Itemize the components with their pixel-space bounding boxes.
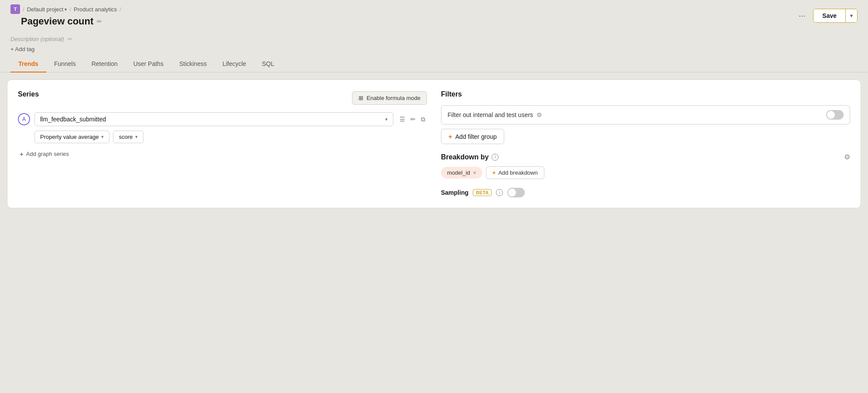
series-actions: ☰ ✏ ⧉ [398,114,427,125]
series-event-name: llm_feedback_submitted [40,116,106,123]
breakdown-tag-model-id: model_id × [441,167,482,179]
series-item: A llm_feedback_submitted ▾ ☰ ✏ ⧉ [18,112,427,126]
add-filter-group-label: Add filter group [455,133,497,140]
formula-btn-label: Enable formula mode [366,95,420,101]
breakdown-title: Breakdown by [441,153,489,161]
series-header: Series ⊞ Enable formula mode [18,90,427,105]
series-copy-button[interactable]: ⧉ [419,114,427,125]
breakdown-tag-label: model_id [447,169,470,176]
property-aggregation-label: Property value average [40,134,99,140]
add-filter-plus-icon: + [448,133,452,140]
filters-title: Filters [441,90,850,98]
page-title: Pageview count [21,16,93,27]
series-section: Series ⊞ Enable formula mode A llm_feedb… [18,90,427,197]
series-title: Series [18,90,39,98]
tab-sql[interactable]: SQL [254,56,282,72]
breakdown-header: Breakdown by i ⚙ [441,153,850,161]
breakdown-tag-close-icon[interactable]: × [473,170,476,176]
add-series-plus-icon: + [20,150,24,158]
tab-retention[interactable]: Retention [84,56,126,72]
sampling-beta-badge: BETA [473,189,492,196]
add-series-label: Add graph series [26,151,69,157]
workspace-avatar: T [10,4,20,14]
property-row: Property value average ▾ score ▾ [34,131,427,143]
add-breakdown-label: Add breakdown [498,169,537,176]
save-button-group: Save ▾ [813,9,858,23]
breakdown-gear-icon: ⚙ [844,153,850,161]
tab-funnels[interactable]: Funnels [46,56,84,72]
description-edit-icon[interactable]: ✏ [68,36,72,42]
tab-stickiness[interactable]: Stickiness [171,56,215,72]
breakdown-title-row: Breakdown by i [441,153,499,161]
sampling-info-icon[interactable]: i [496,189,503,196]
internal-filter-gear-icon[interactable]: ⚙ [537,111,542,118]
series-event-select[interactable]: llm_feedback_submitted ▾ [34,112,393,126]
add-breakdown-plus-icon: + [492,169,496,176]
property-name-label: score [119,134,133,140]
main-card: Series ⊞ Enable formula mode A llm_feedb… [7,79,861,208]
save-dropdown-button[interactable]: ▾ [845,9,857,22]
more-options-button[interactable]: ··· [795,10,809,22]
add-series-button[interactable]: + Add graph series [20,148,69,159]
filters-section: Filters Filter out internal and test use… [441,90,850,197]
nav-tabs: Trends Funnels Retention User Paths Stic… [0,56,868,72]
tab-trends[interactable]: Trends [10,56,46,72]
series-filter-button[interactable]: ☰ [398,114,407,124]
breadcrumb-project[interactable]: Default project ▾ [27,6,67,13]
property-name-select[interactable]: score ▾ [113,131,144,143]
add-breakdown-button[interactable]: + Add breakdown [486,166,544,179]
breadcrumb-section[interactable]: Product analytics [74,6,117,13]
sampling-row: Sampling BETA i [441,188,850,197]
description-row: Description (optional) ✏ [0,30,868,42]
save-button[interactable]: Save [813,9,845,22]
internal-filter-label: Filter out internal and test users ⚙ [448,111,542,118]
sampling-toggle[interactable] [507,188,525,197]
property-aggregation-chevron: ▾ [101,134,104,140]
filter-lines-icon: ☰ [400,116,405,123]
breakdown-info-icon[interactable]: i [492,154,499,161]
two-col-layout: Series ⊞ Enable formula mode A llm_feedb… [18,90,850,197]
tab-user-paths[interactable]: User Paths [126,56,171,72]
tab-lifecycle[interactable]: Lifecycle [215,56,254,72]
series-avatar-a: A [18,113,30,125]
breakdown-tags: model_id × + Add breakdown [441,166,850,179]
formula-mode-button[interactable]: ⊞ Enable formula mode [352,91,427,105]
tag-row: + Add tag [0,42,868,56]
copy-icon: ⧉ [421,116,425,123]
title-edit-icon[interactable]: ✏ [97,18,102,25]
series-event-chevron: ▾ [385,117,388,122]
add-filter-group-button[interactable]: + Add filter group [441,129,504,144]
add-tag-button[interactable]: + Add tag [10,46,34,52]
breakdown-gear-button[interactable]: ⚙ [844,153,850,161]
internal-filter-row: Filter out internal and test users ⚙ [441,105,850,124]
series-edit-button[interactable]: ✏ [409,114,417,124]
property-aggregation-select[interactable]: Property value average ▾ [34,131,109,143]
internal-filter-text: Filter out internal and test users [448,111,533,118]
property-name-chevron: ▾ [135,134,138,140]
header-actions: ··· Save ▾ [795,9,858,23]
formula-icon: ⊞ [359,95,363,101]
sampling-label: Sampling [441,189,468,196]
internal-filter-toggle[interactable] [826,110,844,120]
description-placeholder[interactable]: Description (optional) [10,36,64,42]
series-edit-icon: ✏ [410,116,416,123]
breadcrumb: T / Default project ▾ / Product analytic… [10,4,121,14]
